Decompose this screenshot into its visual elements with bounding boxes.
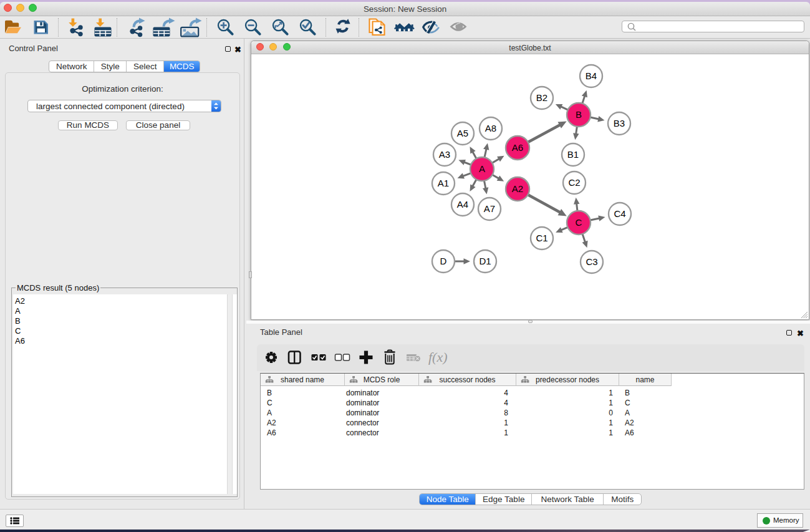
svg-text:A7: A7: [484, 203, 495, 214]
svg-text:B: B: [576, 109, 582, 120]
svg-text:D1: D1: [479, 256, 491, 266]
svg-text:B1: B1: [567, 149, 579, 160]
svg-text:C1: C1: [536, 233, 547, 243]
svg-text:f(x): f(x): [428, 349, 448, 365]
svg-text:B2: B2: [536, 92, 547, 103]
svg-text:A5: A5: [457, 128, 468, 138]
svg-text:C4: C4: [614, 208, 625, 219]
svg-text:A6: A6: [512, 142, 523, 153]
svg-text:A4: A4: [457, 199, 468, 210]
svg-text:C: C: [576, 217, 582, 228]
svg-text:A1: A1: [438, 178, 449, 188]
svg-text:D: D: [440, 256, 447, 266]
svg-text:B3: B3: [614, 118, 625, 128]
svg-text:C3: C3: [586, 256, 597, 267]
svg-text:A8: A8: [485, 123, 496, 133]
svg-text:A2: A2: [512, 183, 523, 194]
svg-text:A3: A3: [439, 149, 450, 160]
svg-text:B4: B4: [586, 70, 597, 81]
svg-text:A: A: [479, 163, 485, 174]
svg-text:C2: C2: [568, 177, 580, 188]
